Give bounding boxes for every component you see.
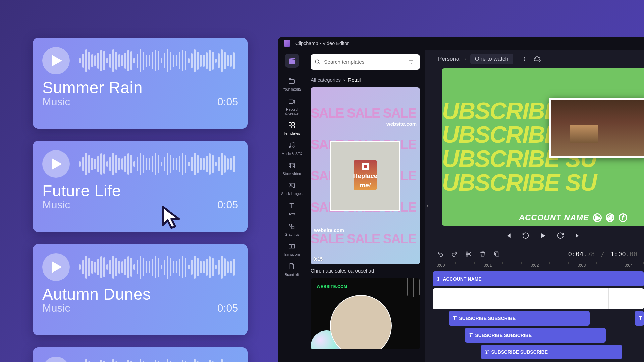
breadcrumb-leaf: Retail	[348, 77, 361, 83]
sidebar-item-record-create[interactable]: Record & create	[280, 94, 304, 118]
play-button[interactable]	[42, 47, 70, 74]
waveform	[79, 48, 238, 73]
play-button[interactable]	[539, 232, 547, 240]
template-website-bottom: website.com	[314, 227, 344, 233]
skip-end-button[interactable]	[574, 232, 582, 240]
svg-marker-2	[52, 261, 62, 273]
timeline-track-text[interactable]: TSUBSCRIBE SUBSCRIBE T	[433, 311, 644, 326]
sidebar-item-brand-kit[interactable]: Brand kit	[280, 259, 304, 279]
ruler-tick: 0:01	[484, 263, 492, 268]
waveform	[79, 152, 238, 176]
music-card[interactable]: Future Life Music 0:05	[33, 141, 248, 232]
delete-button[interactable]	[479, 250, 486, 258]
editor-header: Personal › One to watch	[430, 50, 644, 68]
breadcrumb-root[interactable]: All categories	[311, 77, 341, 83]
camera-icon	[287, 97, 297, 106]
music-category: Music	[42, 199, 70, 211]
project-name[interactable]: One to watch	[470, 54, 513, 64]
filter-button[interactable]	[407, 57, 416, 67]
more-menu-button[interactable]	[521, 55, 528, 63]
music-card[interactable]: Summer Rain Music 0:05	[33, 38, 248, 129]
video-preview[interactable]: UBSCRIBE SU UBSCRIBE SU UBSCRIBE SU UBSC…	[442, 68, 644, 226]
player-controls	[442, 226, 644, 246]
image-icon	[287, 181, 297, 190]
search-icon	[315, 59, 321, 65]
svg-rect-4	[289, 79, 295, 83]
sidebar-item-label: Record & create	[285, 107, 298, 115]
sidebar-item-graphics[interactable]: Graphics	[280, 219, 304, 239]
brand-icon[interactable]	[285, 54, 299, 68]
timeline-timecode: 0:04.78 / 1:00.00	[568, 250, 637, 258]
svg-rect-18	[292, 244, 294, 248]
template-website-top: website.com	[386, 121, 417, 127]
template-card[interactable]: WEBSITE.COM	[311, 278, 420, 349]
skip-start-button[interactable]	[504, 232, 512, 240]
sidebar-item-label: Graphics	[285, 232, 299, 236]
copy-button[interactable]	[493, 250, 500, 258]
svg-rect-6	[289, 123, 291, 125]
svg-line-20	[318, 63, 320, 64]
sidebar: Your mediaRecord & createTemplatesMusic …	[278, 50, 306, 362]
rewind-button[interactable]	[522, 232, 530, 240]
play-button[interactable]	[42, 253, 70, 281]
cloud-sync-icon[interactable]	[534, 55, 541, 63]
timeline-track-text[interactable]: TSUBSCRIBE SUBSCRIBE	[433, 345, 644, 359]
sidebar-item-stock-video[interactable]: Stock video	[280, 158, 304, 178]
timeline-track-text[interactable]: TSUBSCRIBE SUBSCRIBE	[433, 328, 644, 343]
sidebar-item-transitions[interactable]: Transitions	[280, 239, 304, 259]
ruler-tick: 0:04	[625, 263, 633, 268]
timeline-clip: TACCOUNT NAME	[433, 272, 644, 286]
app-icon	[284, 40, 290, 47]
facebook-icon: f	[619, 213, 627, 222]
sidebar-item-templates[interactable]: Templates	[280, 118, 304, 138]
sidebar-item-music-sfx[interactable]: Music & SFX	[280, 138, 304, 158]
sidebar-item-label: Templates	[284, 131, 300, 135]
sidebar-item-stock-images[interactable]: Stock images	[280, 178, 304, 198]
timeline-track-text[interactable]: TACCOUNT NAME	[433, 272, 644, 286]
sidebar-item-label: Your media	[283, 87, 301, 91]
split-button[interactable]	[465, 250, 472, 258]
timeline-ruler[interactable]: 0:000:010:020:030:04	[433, 262, 644, 272]
svg-point-24	[524, 57, 525, 58]
templates-panel: All categories › Retail SALE SALE SALE S…	[306, 50, 425, 362]
svg-rect-7	[292, 123, 294, 125]
picture-in-picture[interactable]	[549, 98, 644, 158]
sidebar-item-your-media[interactable]: Your media	[280, 74, 304, 94]
svg-rect-9	[292, 126, 294, 128]
template-website: WEBSITE.COM	[317, 284, 414, 289]
music-card[interactable]: Autumn Dunes Music 0:05	[33, 244, 248, 335]
workspace-link[interactable]: Personal	[438, 56, 461, 62]
undo-button[interactable]	[437, 250, 444, 258]
youtube-icon: ▶	[593, 213, 602, 222]
music-card[interactable]	[33, 347, 248, 362]
chevron-right-icon: ›	[465, 56, 466, 62]
redo-button[interactable]	[451, 250, 458, 258]
music-duration: 0:05	[217, 302, 238, 314]
svg-point-10	[289, 146, 291, 148]
sidebar-item-text[interactable]: Text	[280, 198, 304, 219]
search-input[interactable]	[324, 59, 403, 65]
text-clip-icon: T	[437, 276, 440, 282]
sidebar-item-label: Transitions	[283, 252, 301, 256]
waveform	[79, 358, 238, 362]
waveform	[79, 255, 238, 280]
grid-icon	[287, 121, 297, 130]
video-editor-window: Clipchamp - Video Editor Your mediaRecor…	[278, 37, 644, 362]
brandkit-icon	[287, 262, 297, 271]
play-button[interactable]	[42, 150, 70, 178]
breadcrumb: All categories › Retail	[311, 77, 420, 83]
search-bar[interactable]	[311, 54, 420, 70]
timeline-track-video[interactable]	[433, 288, 644, 309]
forward-button[interactable]	[556, 232, 565, 240]
sidebar-item-label: Brand kit	[285, 273, 299, 277]
music-duration: 0:05	[217, 199, 238, 211]
play-button[interactable]	[42, 357, 70, 362]
app-title: Clipchamp - Video Editor	[295, 41, 349, 46]
template-card[interactable]: SALE SALE SALE SALE SALE SALE SALE SALE …	[311, 87, 420, 264]
svg-rect-30	[496, 253, 499, 256]
sidebar-item-label: Music & SFX	[282, 152, 302, 156]
panel-collapse-button[interactable]: ‹	[425, 50, 430, 362]
svg-rect-16	[292, 226, 294, 229]
chevron-left-icon: ‹	[427, 203, 428, 208]
ruler-tick: 0:00	[437, 263, 445, 268]
